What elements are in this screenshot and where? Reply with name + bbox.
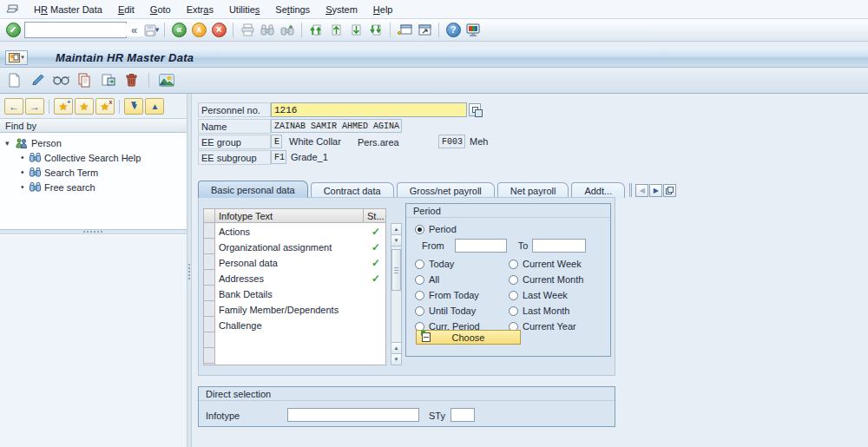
- create-icon[interactable]: [5, 72, 23, 89]
- scroll-up-icon[interactable]: ▲: [391, 224, 401, 235]
- table-scrollbar[interactable]: ▲ ▼ ▲ ▼: [391, 223, 402, 365]
- tab-basic-personal-data[interactable]: Basic personal data: [198, 181, 308, 198]
- radio-all[interactable]: All: [415, 273, 439, 286]
- command-field[interactable]: ▼: [24, 22, 127, 38]
- radio-button-icon[interactable]: [509, 306, 518, 316]
- radio-period[interactable]: Period: [415, 223, 457, 235]
- overview-icon[interactable]: [158, 72, 175, 89]
- table-row[interactable]: Bank Details: [216, 286, 386, 302]
- radio-until-today[interactable]: Until Today: [415, 305, 476, 317]
- infotype-text: Personal data: [216, 258, 365, 268]
- find-icon[interactable]: [259, 22, 276, 39]
- tree-node-free-search[interactable]: • Free search: [0, 180, 187, 194]
- collapse-chevron-icon[interactable]: «: [131, 23, 137, 36]
- radio-last-month[interactable]: Last Month: [509, 305, 569, 317]
- cancel-icon[interactable]: ×: [210, 22, 227, 39]
- menu-edit[interactable]: Edit: [110, 3, 142, 16]
- table-row[interactable]: Organizational assignment ✓: [216, 240, 386, 255]
- table-row[interactable]: Family Member/Dependents: [216, 302, 386, 318]
- column-header-infotype-text[interactable]: Infotype Text: [214, 208, 364, 223]
- tree-node-person[interactable]: ▾ Person: [0, 135, 187, 150]
- copy-icon[interactable]: [76, 72, 93, 89]
- radio-button-icon[interactable]: [415, 275, 424, 285]
- horizontal-splitter[interactable]: [0, 230, 187, 234]
- radio-from-today[interactable]: From Today: [415, 289, 479, 301]
- find-next-icon[interactable]: [279, 22, 296, 39]
- infotype-input[interactable]: [287, 408, 419, 422]
- customize-layout-icon[interactable]: [464, 22, 482, 39]
- last-page-icon[interactable]: [367, 22, 385, 39]
- sty-input[interactable]: [450, 408, 475, 422]
- tab-net-payroll[interactable]: Net payroll: [497, 182, 569, 198]
- select-all-cell[interactable]: [203, 208, 214, 223]
- tab-list-icon[interactable]: [663, 184, 676, 197]
- help-icon[interactable]: ?: [444, 22, 462, 39]
- menu-help[interactable]: Help: [365, 3, 401, 16]
- radio-button-icon[interactable]: [415, 291, 424, 300]
- radio-button-icon[interactable]: [509, 291, 518, 300]
- radio-button-icon[interactable]: [415, 225, 424, 234]
- choose-button[interactable]: Choose: [416, 330, 521, 345]
- tab-additional[interactable]: Addt...: [571, 182, 625, 198]
- forward-arrow-icon[interactable]: →: [25, 98, 44, 115]
- expand-all-icon[interactable]: ▼▼: [124, 98, 143, 115]
- period-from-input[interactable]: [455, 239, 507, 253]
- page-up-icon[interactable]: [327, 22, 345, 39]
- scroll-up-icon[interactable]: ▲: [391, 342, 401, 353]
- tree-node-collective-search-help[interactable]: • Collective Search Help: [0, 150, 187, 165]
- radio-current-month[interactable]: Current Month: [509, 273, 583, 286]
- menu-extras[interactable]: Extras: [179, 3, 221, 16]
- system-menu-icon[interactable]: [3, 3, 21, 16]
- exit-icon[interactable]: ∧: [190, 22, 207, 39]
- menu-hr-master-data[interactable]: HR Master Data: [26, 3, 110, 16]
- table-row[interactable]: Actions ✓: [216, 224, 386, 240]
- personnel-no-input[interactable]: [271, 102, 467, 117]
- radio-button-icon[interactable]: [509, 275, 518, 285]
- enter-icon[interactable]: ✓: [4, 22, 22, 39]
- tab-scroll-right-icon[interactable]: ▶: [649, 184, 662, 197]
- table-row[interactable]: Addresses ✓: [216, 271, 386, 286]
- tab-scroll-left-icon[interactable]: ◀: [635, 184, 648, 197]
- radio-button-icon[interactable]: [415, 306, 424, 316]
- menu-settings[interactable]: Settings: [267, 3, 318, 16]
- period-to-input[interactable]: [532, 239, 586, 253]
- tree-node-search-term[interactable]: • Search Term: [0, 165, 187, 180]
- scrollbar-thumb[interactable]: [391, 249, 401, 291]
- matchcode-button[interactable]: [469, 103, 481, 116]
- radio-current-week[interactable]: Current Week: [509, 258, 582, 270]
- collapse-all-icon[interactable]: ▲: [145, 98, 164, 115]
- radio-label: Current Week: [523, 259, 582, 269]
- back-icon[interactable]: «: [170, 22, 187, 39]
- radio-button-icon[interactable]: [509, 260, 518, 269]
- menu-system[interactable]: System: [318, 3, 365, 16]
- create-shortcut-icon[interactable]: [416, 22, 433, 39]
- screen-menu-icon[interactable]: ▾: [5, 50, 28, 65]
- delimit-icon[interactable]: [99, 72, 116, 89]
- column-header-status[interactable]: St...: [364, 208, 386, 223]
- delete-icon[interactable]: [122, 72, 140, 89]
- save-icon[interactable]: [141, 22, 159, 39]
- menu-goto[interactable]: Goto: [142, 3, 179, 16]
- table-row[interactable]: Challenge: [216, 318, 386, 333]
- favorite-icon[interactable]: ★: [75, 98, 94, 115]
- scroll-down-icon[interactable]: ▼: [391, 353, 401, 365]
- page-down-icon[interactable]: [347, 22, 365, 39]
- first-page-icon[interactable]: [307, 22, 325, 39]
- radio-button-icon[interactable]: [415, 260, 424, 269]
- expander-icon[interactable]: ▾: [5, 139, 12, 148]
- add-favorite-icon[interactable]: ★+: [54, 98, 73, 115]
- tab-gross-net-payroll[interactable]: Gross/net payroll: [397, 182, 495, 198]
- table-row[interactable]: Personal data ✓: [216, 255, 386, 271]
- new-session-icon[interactable]: [396, 22, 413, 39]
- delete-favorite-icon[interactable]: ★x: [95, 98, 115, 115]
- radio-today[interactable]: Today: [415, 258, 454, 270]
- back-arrow-icon[interactable]: ←: [4, 98, 23, 115]
- radio-last-week[interactable]: Last Week: [509, 289, 568, 301]
- menu-utilities[interactable]: Utilities: [221, 3, 267, 16]
- row-selector-column[interactable]: [204, 223, 215, 365]
- print-icon[interactable]: [239, 22, 256, 39]
- display-icon[interactable]: [52, 72, 69, 89]
- change-icon[interactable]: [29, 72, 46, 89]
- tab-contract-data[interactable]: Contract data: [311, 182, 394, 198]
- scroll-down-icon[interactable]: ▼: [391, 235, 401, 247]
